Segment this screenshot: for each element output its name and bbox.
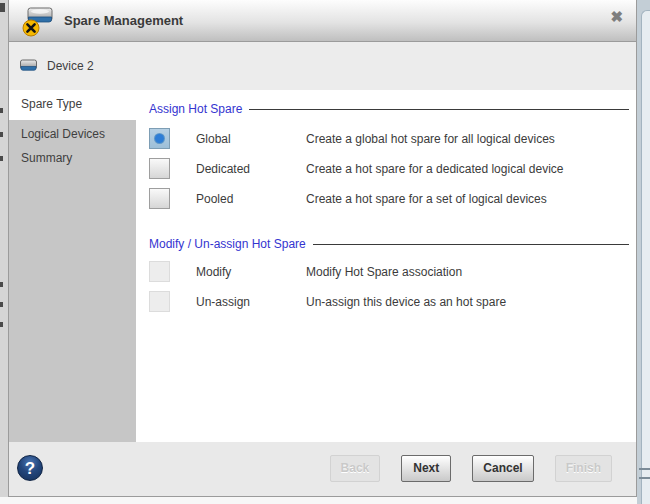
spare-type-content: Assign Hot Spare Global Create a global … [136,90,636,442]
global-option-box[interactable] [149,128,170,149]
cancel-button[interactable]: Cancel [472,455,533,482]
help-icon[interactable]: ? [17,455,43,481]
back-button: Back [330,455,381,482]
sidebar-item-logical-devices[interactable]: Logical Devices [9,123,136,147]
pooled-option-box[interactable] [149,188,170,209]
section-heading: Assign Hot Spare [149,102,629,116]
sidebar-item-summary[interactable]: Summary [9,147,136,171]
dialog-titlebar: Spare Management ✖ [9,0,636,42]
option-label: Modify [196,265,306,279]
dialog-footer: ? Back Next Cancel Finish [9,442,636,496]
footer-buttons: Back Next Cancel Finish [330,455,612,482]
option-row-global: Global Create a global hot spare for all… [149,128,629,149]
hdd-spare-tools-icon [21,5,55,37]
background-fragment [0,302,3,307]
option-description: Create a hot spare for a set of logical … [306,192,547,206]
background-fragment [0,322,3,327]
option-description: Un-assign this device as an hot spare [306,295,506,309]
option-row-unassign: Un-assign Un-assign this device as an ho… [149,291,629,312]
background-fragment [0,156,3,161]
background-fragment [0,132,3,137]
background-fragment [0,3,5,12]
option-description: Create a global hot spare for all logica… [306,132,555,146]
device-label: Device 2 [47,59,94,73]
assign-hot-spare-section: Assign Hot Spare Global Create a global … [149,102,629,209]
modify-unassign-section: Modify / Un-assign Hot Spare Modify Modi… [149,237,629,312]
background-page-left-strip [0,0,8,497]
scroll-grip-line [639,468,650,470]
option-description: Create a hot spare for a dedicated logic… [306,162,564,176]
scroll-grip-line [639,477,650,479]
option-description: Modify Hot Spare association [306,265,462,279]
dedicated-option-box[interactable] [149,158,170,179]
dialog-body: Spare Type Logical Devices Summary Assig… [9,90,636,442]
background-panel-edge [641,10,650,504]
heading-rule [249,109,629,110]
dialog-title: Spare Management [64,13,183,28]
option-row-pooled: Pooled Create a hot spare for a set of l… [149,188,629,209]
spare-management-dialog: Spare Management ✖ Device 2 Spare Type L… [8,0,637,497]
section-heading-label: Assign Hot Spare [149,102,242,116]
option-label: Un-assign [196,295,306,309]
selected-dot [155,134,164,143]
heading-rule [313,244,629,245]
device-header: Device 2 [9,42,636,90]
finish-button: Finish [555,455,612,482]
sidebar-item-spare-type[interactable]: Spare Type [9,90,136,120]
option-row-dedicated: Dedicated Create a hot spare for a dedic… [149,158,629,179]
wizard-steps-sidebar: Spare Type Logical Devices Summary [9,90,136,442]
close-icon[interactable]: ✖ [610,9,623,24]
option-label: Global [196,132,306,146]
section-heading-label: Modify / Un-assign Hot Spare [149,237,306,251]
background-fragment [0,108,3,113]
hdd-icon [19,58,39,74]
background-page-bottom-strip [0,497,637,504]
next-button[interactable]: Next [401,455,451,482]
modify-option-box [149,261,170,282]
option-row-modify: Modify Modify Hot Spare association [149,261,629,282]
background-fragment [0,282,3,287]
option-label: Pooled [196,192,306,206]
unassign-option-box [149,291,170,312]
sidebar-steps-rest: Logical Devices Summary [9,120,136,442]
option-label: Dedicated [196,162,306,176]
section-heading: Modify / Un-assign Hot Spare [149,237,629,251]
